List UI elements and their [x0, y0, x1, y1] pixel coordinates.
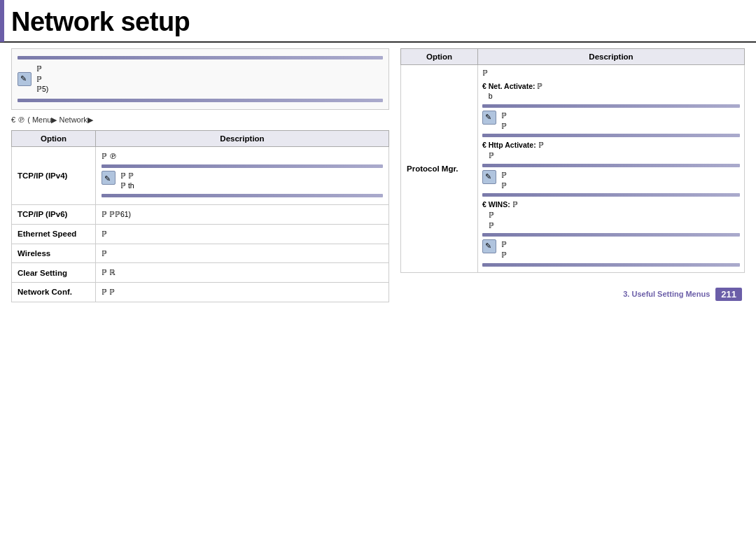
mini-bar-r1 — [482, 104, 740, 108]
footer-page-number: 211 — [715, 288, 742, 301]
right-col-header-option: Option — [401, 49, 478, 65]
mini-bar-top — [18, 56, 383, 59]
table-row: Ethernet Speedℙ — [12, 224, 389, 244]
desc-cell: ℙ ℝ — [96, 263, 389, 283]
proto-section-4: € Http Activate: ℙ ℙ — [482, 140, 740, 160]
desc-text: ℙ ℗ — [102, 151, 383, 162]
right-table: Option Description Protocol Mgr. ℙ — [400, 48, 745, 273]
edit-icon — [102, 171, 115, 185]
page-header: Network setup — [0, 0, 756, 43]
option-cell: Ethernet Speed — [12, 224, 96, 244]
proto-section-6: € WINS: ℙ ℙ ℙ — [482, 199, 740, 230]
table-row: Network Conf.ℙ ℙ — [12, 282, 389, 302]
option-cell: Clear Setting — [12, 263, 96, 283]
option-cell: TCP/IP (IPv6) — [12, 205, 96, 225]
desc-cell: ℙ — [96, 224, 389, 244]
proto-section-2: € Net. Activate: ℙ b — [482, 81, 740, 101]
mini-bar-r4 — [482, 193, 740, 197]
left-table: Option Description TCP/IP (IPv4)ℙ ℗ℙ ℙℙ … — [11, 130, 389, 302]
info-top-text: ℙℙℙ5) — [36, 64, 48, 94]
right-column: Option Description Protocol Mgr. ℙ — [400, 48, 745, 302]
edit-icon-r3 — [482, 239, 496, 253]
desc-text: ℙ ℝ — [102, 267, 383, 278]
table-row: TCP/IP (IPv4)ℙ ℗ℙ ℙℙ th — [12, 147, 389, 205]
edit-icon-r1 — [482, 111, 496, 125]
desc-text: ℙ ℙ — [102, 287, 383, 297]
accent-bar — [0, 0, 4, 42]
proto-section-7: ℙℙ — [482, 239, 740, 260]
edit-icon-r2 — [482, 170, 496, 184]
page-title: Network setup — [11, 7, 190, 36]
left-col-header-desc: Description — [96, 131, 389, 147]
mini-bar-r5 — [482, 233, 740, 237]
option-cell: Wireless — [12, 244, 96, 263]
protocol-row: Protocol Mgr. ℙ € Net. Activate: ℙ b — [401, 65, 745, 273]
right-table-wrap: Option Description Protocol Mgr. ℙ — [400, 48, 745, 273]
mini-bar-r6 — [482, 263, 740, 267]
desc-text: ℙ ℙℙ61) — [102, 209, 383, 220]
footer-section-label: 3. Useful Setting Menus — [623, 290, 710, 298]
desc-text: ℙ — [102, 248, 383, 259]
proto-section-1: ℙ — [482, 68, 740, 78]
mini-bar — [102, 164, 383, 168]
left-col-header-option: Option — [12, 131, 96, 147]
protocol-option-cell: Protocol Mgr. — [401, 65, 478, 273]
left-column: ℙℙℙ5) € ℗ ( Menu▶ Network▶ Option Descri… — [11, 48, 389, 302]
desc-cell: ℙ ℙ — [96, 282, 389, 302]
content-area: ℙℙℙ5) € ℗ ( Menu▶ Network▶ Option Descri… — [0, 43, 756, 308]
mini-bar-r3 — [482, 164, 740, 167]
page-footer: 3. Useful Setting Menus 211 — [623, 288, 742, 301]
desc-text: ℙ ℙℙ th — [120, 171, 134, 191]
desc-cell: ℙ ℗ℙ ℙℙ th — [96, 147, 389, 205]
desc-cell: ℙ — [96, 244, 389, 263]
option-cell: TCP/IP (IPv4) — [12, 147, 96, 205]
desc-row: ℙ ℙℙ th — [102, 171, 383, 191]
edit-icon-top — [18, 72, 31, 86]
protocol-desc-cell: ℙ € Net. Activate: ℙ b — [478, 65, 745, 273]
nav-path: € ℗ ( Menu▶ Network▶ — [11, 115, 389, 125]
info-box-top: ℙℙℙ5) — [11, 48, 389, 110]
table-row: Clear Settingℙ ℝ — [12, 263, 389, 283]
desc-cell: ℙ ℙℙ61) — [96, 205, 389, 225]
proto-section-3: ℙℙ — [482, 111, 740, 131]
table-row: Wirelessℙ — [12, 244, 389, 263]
mini-bar-bottom — [18, 99, 383, 102]
mini-bar — [102, 194, 383, 197]
right-col-header-desc: Description — [478, 49, 745, 65]
table-row: TCP/IP (IPv6)ℙ ℙℙ61) — [12, 205, 389, 225]
desc-text: ℙ — [102, 229, 383, 239]
mini-bar-r2 — [482, 134, 740, 137]
option-cell: Network Conf. — [12, 282, 96, 302]
proto-section-5: ℙℙ — [482, 170, 740, 190]
